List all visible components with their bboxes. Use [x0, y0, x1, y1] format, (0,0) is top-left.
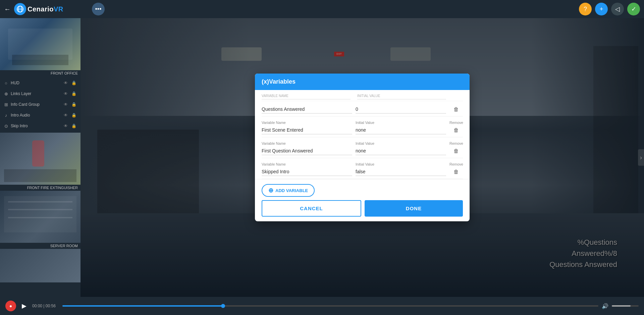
var-delete-btn-4[interactable]: 🗑 — [449, 168, 463, 176]
audio-icon: ♪ — [3, 113, 9, 118]
done-button[interactable]: DONE — [365, 200, 463, 217]
progress-bar[interactable] — [62, 305, 598, 307]
var-delete-btn-1[interactable]: 🗑 — [449, 106, 463, 113]
partial-value-label: INITIAL VALUE — [357, 94, 446, 98]
variables-dialog: (x)Variables VARIABLE NAME INITIAL VALUE — [255, 74, 470, 221]
main-view: EXIT %Questions Answered%/8 Questions An… — [80, 18, 644, 297]
scene-label-front-office: FRONT OFFICE — [0, 70, 80, 76]
var-row-first-question: Variable Name Initial Value Remove 🗑 — [262, 137, 463, 158]
logo-icon — [14, 3, 26, 15]
var-row-partial: VARIABLE NAME INITIAL VALUE — [262, 90, 463, 101]
var-delete-btn-2[interactable]: 🗑 — [449, 127, 463, 134]
record-icon: ● — [9, 303, 12, 309]
audio-lock-btn[interactable]: 🔒 — [70, 112, 77, 119]
hud-lock-btn[interactable]: 🔒 — [70, 80, 77, 86]
scene-thumbnail-front-office[interactable]: FRONT OFFICE — [0, 18, 80, 76]
audio-visibility-btn[interactable]: 👁 — [62, 112, 69, 119]
menu-button[interactable]: ••• — [92, 3, 105, 15]
volume-bar[interactable] — [612, 305, 639, 307]
sidebar-layers: ○ HUD 👁 🔒 ⊕ Links Layer 👁 🔒 ⊞ Info Card … — [0, 76, 80, 133]
back-button[interactable]: ← — [4, 5, 11, 13]
scene-thumbnail-4[interactable] — [0, 249, 80, 282]
hud-visibility-btn[interactable]: 👁 — [62, 80, 69, 86]
var-row-1-inputs: 🗑 — [262, 105, 463, 114]
sidebar-item-info-card[interactable]: ⊞ Info Card Group 👁 🔒 — [0, 99, 80, 110]
var-col-value-3: Initial Value — [356, 141, 446, 145]
var-row-4-header: Variable Name Initial Value Remove — [262, 162, 463, 166]
trash-icon-3: 🗑 — [453, 147, 460, 155]
preview-button[interactable]: ◁ — [611, 3, 624, 15]
add-button[interactable]: + — [595, 3, 608, 15]
trash-icon-2: 🗑 — [453, 127, 460, 134]
var-col-remove-4: Remove — [449, 162, 463, 166]
dialog-title: (x)Variables — [262, 78, 296, 85]
skip-lock-btn[interactable]: 🔒 — [70, 123, 77, 129]
top-bar-right: ? + ◁ ✓ — [579, 3, 640, 15]
scene-label-server: SERVER ROOM — [0, 243, 80, 249]
cancel-button[interactable]: CANCEL — [262, 200, 361, 217]
sidebar-item-hud[interactable]: ○ HUD 👁 🔒 — [0, 78, 80, 88]
var-row-2-header: Variable Name Initial Value Remove — [262, 121, 463, 125]
scene-thumbnail-fire[interactable]: FRONT FIRE EXTINGUISHER — [0, 133, 80, 191]
sidebar-item-links-layer[interactable]: ⊕ Links Layer 👁 🔒 — [0, 88, 80, 99]
sidebar-item-intro-audio[interactable]: ♪ Intro Audio 👁 🔒 — [0, 110, 80, 121]
var-row-skipped-intro: Variable Name Initial Value Remove 🗑 — [262, 158, 463, 179]
time-display: 00:00 | 00:56 — [32, 304, 59, 308]
var-row-questions-answered: 🗑 — [262, 101, 463, 117]
sidebar-label-links: Links Layer — [11, 91, 60, 96]
progress-dot — [221, 304, 225, 308]
top-bar-left: ← CenarioVR — [4, 3, 85, 15]
var-delete-btn-3[interactable]: 🗑 — [449, 147, 463, 155]
logo-text: CenarioVR — [28, 5, 63, 13]
var-value-input-2[interactable] — [356, 126, 446, 134]
add-variable-label: ADD VARIABLE — [275, 188, 308, 193]
skip-visibility-btn[interactable]: 👁 — [62, 123, 69, 129]
links-visibility-btn[interactable]: 👁 — [62, 90, 69, 97]
playback-bar: ● ▶ 00:00 | 00:56 🔊 — [0, 297, 644, 315]
sidebar-label-audio: Intro Audio — [11, 113, 60, 118]
links-icon: ⊕ — [3, 91, 9, 96]
save-button[interactable]: ✓ — [627, 3, 640, 15]
volume-icon[interactable]: 🔊 — [602, 303, 608, 309]
var-row-first-scene: Variable Name Initial Value Remove 🗑 — [262, 117, 463, 137]
info-card-icon: ⊞ — [3, 102, 9, 107]
var-name-input-4[interactable] — [262, 168, 352, 176]
var-name-input-3[interactable] — [262, 147, 352, 155]
dialog-overlay: (x)Variables VARIABLE NAME INITIAL VALUE — [80, 18, 644, 297]
sidebar-item-skip-actions: 👁 🔒 — [62, 123, 77, 129]
dialog-actions: CANCEL DONE — [262, 200, 463, 217]
var-col-value-4: Initial Value — [356, 162, 446, 166]
help-button[interactable]: ? — [579, 3, 592, 15]
scene-thumbnail-server[interactable]: SERVER ROOM — [0, 191, 80, 249]
trash-icon-4: 🗑 — [453, 168, 460, 176]
var-name-input-2[interactable] — [262, 126, 352, 134]
info-card-visibility-btn[interactable]: 👁 — [62, 101, 69, 108]
sidebar-label-hud: HUD — [11, 81, 60, 85]
dialog-footer: ⊕ ADD VARIABLE CANCEL DONE — [255, 179, 470, 221]
info-card-lock-btn[interactable]: 🔒 — [70, 101, 77, 108]
var-row-4-inputs: 🗑 — [262, 168, 463, 176]
sidebar-item-audio-actions: 👁 🔒 — [62, 112, 77, 119]
top-bar-center: ••• — [89, 3, 575, 15]
var-value-input-1[interactable] — [356, 105, 446, 114]
var-value-input-3[interactable] — [356, 147, 446, 155]
add-variable-button[interactable]: ⊕ ADD VARIABLE — [262, 184, 315, 197]
links-lock-btn[interactable]: 🔒 — [70, 90, 77, 97]
sidebar-item-skip-intro[interactable]: ⊙ Skip Intro 👁 🔒 — [0, 121, 80, 131]
record-button[interactable]: ● — [5, 301, 16, 311]
scene-image-fire — [0, 133, 80, 185]
var-value-input-4[interactable] — [356, 168, 446, 176]
var-row-2-inputs: 🗑 — [262, 126, 463, 134]
var-col-remove-3: Remove — [449, 141, 463, 145]
play-button[interactable]: ▶ — [19, 301, 29, 311]
sidebar-item-hud-actions: 👁 🔒 — [62, 80, 77, 86]
var-row-3-header: Variable Name Initial Value Remove — [262, 141, 463, 145]
progress-fill — [62, 305, 223, 307]
var-name-input-1[interactable] — [262, 105, 352, 114]
scene-image-front-office — [0, 18, 80, 70]
scene-image-4 — [0, 249, 80, 282]
sidebar-label-info-card: Info Card Group — [11, 102, 60, 107]
scene-image-server — [0, 191, 80, 243]
dialog-body[interactable]: VARIABLE NAME INITIAL VALUE — [255, 90, 470, 179]
app-container: FRONT OFFICE ○ HUD 👁 🔒 ⊕ Links Layer 👁 🔒 — [0, 18, 644, 297]
